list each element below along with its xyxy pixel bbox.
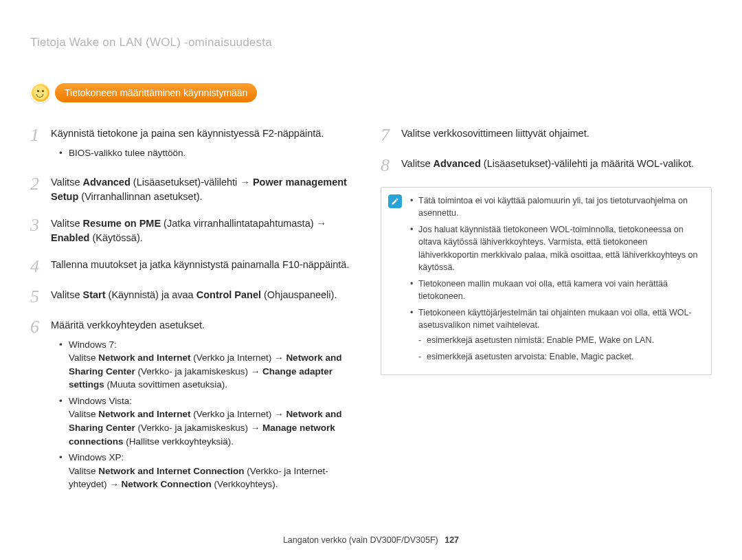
note-item: Tietokoneen mallin mukaan voi olla, että… [410, 278, 701, 302]
page-number: 127 [445, 535, 459, 545]
step-text: Valitse Resume on PME (Jatka virranhalli… [51, 216, 361, 245]
step-number: 3 [30, 216, 44, 234]
step-text: Valitse Start (Käynnistä) ja avaa Contro… [51, 288, 337, 302]
section-badge-label: Tietokoneen määrittäminen käynnistymään [55, 83, 257, 102]
step-sub-item: Windows XP:Valitse Network and Internet … [69, 451, 361, 491]
step: 5Valitse Start (Käynnistä) ja avaa Contr… [30, 288, 361, 306]
note-sub-item: esimerkkejä asetusten arvoista: Enable, … [418, 350, 701, 363]
note-sub-item: esimerkkejä asetusten nimistä: Enable PM… [418, 334, 701, 346]
step-number: 6 [30, 318, 44, 336]
step: 8Valitse Advanced (Lisäasetukset)-välile… [381, 157, 712, 175]
page-footer: Langaton verkko (vain DV300F/DV305F) 127 [0, 535, 742, 545]
page-title: Tietoja Wake on LAN (WOL) -ominaisuudest… [30, 36, 712, 49]
step: 2Valitse Advanced (Lisäasetukset)-välile… [30, 175, 361, 204]
step-body: Tallenna muutokset ja jatka käynnistystä… [51, 258, 349, 272]
step-number: 7 [381, 126, 394, 144]
step-sub-item: Windows Vista:Valitse Network and Intern… [69, 394, 361, 448]
step-text: Käynnistä tietokone ja paina sen käynnis… [51, 126, 324, 141]
step: 1Käynnistä tietokone ja paina sen käynni… [30, 126, 361, 163]
step-number: 4 [30, 258, 44, 276]
step-body: Valitse Advanced (Lisäasetukset)-välileh… [401, 157, 694, 171]
right-column: 7Valitse verkkosovittimeen liittyvät ohj… [381, 126, 712, 506]
step-number: 1 [30, 126, 44, 144]
step-body: Valitse verkkosovittimeen liittyvät ohja… [401, 126, 589, 141]
note-item: Jos haluat käynnistää tietokoneen WOL-to… [410, 223, 701, 273]
footer-text: Langaton verkko (vain DV300F/DV305F) [283, 535, 438, 545]
step-body: Valitse Resume on PME (Jatka virranhalli… [51, 216, 361, 245]
step-number: 2 [30, 175, 44, 193]
step-text: Valitse Advanced (Lisäasetukset)-välileh… [401, 157, 694, 171]
step-number: 5 [30, 288, 44, 306]
left-column: 1Käynnistä tietokone ja paina sen käynni… [30, 126, 361, 506]
step: 7Valitse verkkosovittimeen liittyvät ohj… [381, 126, 712, 144]
step-sub-list: BIOS-valikko tulee näyttöön. [51, 146, 324, 160]
step-text: Valitse verkkosovittimeen liittyvät ohja… [401, 126, 589, 141]
step-body: Määritä verkkoyhteyden asetukset.Windows… [51, 318, 361, 494]
step-body: Valitse Advanced (Lisäasetukset)-välileh… [51, 175, 361, 204]
note-item: Tätä toimintoa ei voi käyttää palomuurin… [410, 194, 701, 219]
step-sub-item: Windows 7:Valitse Network and Internet (… [69, 338, 361, 392]
smiley-icon [30, 82, 51, 103]
note-item: Tietokoneen käyttöjärjestelmän tai ohjai… [410, 306, 701, 363]
step: 3Valitse Resume on PME (Jatka virranhall… [30, 216, 361, 245]
note-sub-list: esimerkkejä asetusten nimistä: Enable PM… [418, 334, 701, 363]
step-sub-item: BIOS-valikko tulee näyttöön. [69, 146, 324, 160]
step-text: Valitse Advanced (Lisäasetukset)-välileh… [51, 175, 361, 204]
step: 6Määritä verkkoyhteyden asetukset.Window… [30, 318, 361, 494]
step-sub-list: Windows 7:Valitse Network and Internet (… [51, 338, 361, 491]
step-body: Käynnistä tietokone ja paina sen käynnis… [51, 126, 324, 163]
note-list: Tätä toimintoa ei voi käyttää palomuurin… [410, 194, 701, 363]
step-body: Valitse Start (Käynnistä) ja avaa Contro… [51, 288, 337, 302]
note-icon [388, 194, 402, 208]
step-number: 8 [381, 157, 394, 175]
step-text: Määritä verkkoyhteyden asetukset. [51, 318, 361, 333]
step-text: Tallenna muutokset ja jatka käynnistystä… [51, 258, 349, 272]
section-badge: Tietokoneen määrittäminen käynnistymään [30, 82, 712, 103]
note-box: Tätä toimintoa ei voi käyttää palomuurin… [381, 187, 712, 375]
step: 4Tallenna muutokset ja jatka käynnistyst… [30, 258, 361, 276]
